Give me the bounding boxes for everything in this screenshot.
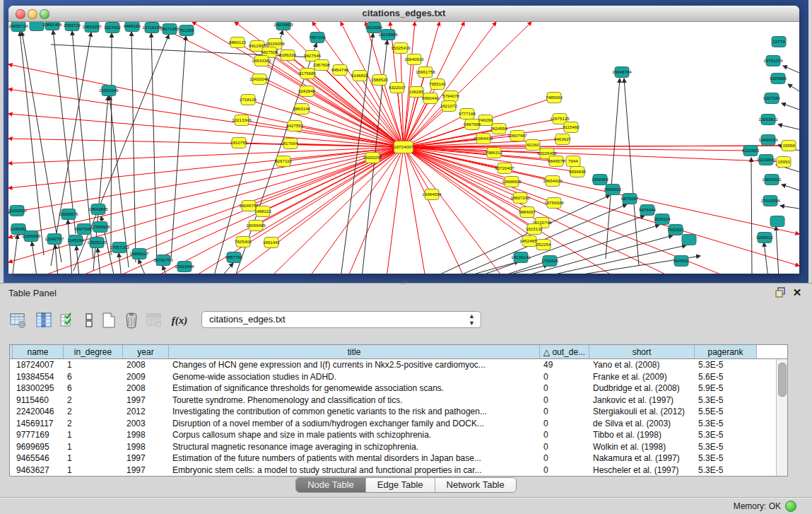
- memory-status-label: Memory: OK: [734, 501, 781, 511]
- table-panel: Table Panel ✕: [0, 283, 812, 514]
- status-bar: Memory: OK: [0, 497, 812, 514]
- table-row[interactable]: 911546021997Tourette syndrome. Phenomeno…: [10, 395, 777, 407]
- vertical-scrollbar[interactable]: [776, 359, 787, 476]
- network-node-label: 15958: [782, 143, 795, 148]
- column-header-year[interactable]: year: [123, 345, 169, 358]
- citation-edge-black: [776, 226, 779, 274]
- network-node-label: 12213343: [232, 117, 252, 122]
- network-node-label: 1527602: [104, 25, 122, 30]
- network-node[interactable]: [682, 235, 696, 245]
- column-header-pagerank[interactable]: pagerank: [695, 345, 757, 358]
- network-node-label: 1640954: [592, 177, 609, 182]
- delete-table-icon[interactable]: [122, 310, 141, 330]
- table-rows: 1872400712008Changes of HCN gene express…: [10, 359, 777, 476]
- table-row[interactable]: 1872400712008Changes of HCN gene express…: [10, 359, 777, 371]
- network-node-label: 15692931: [762, 177, 782, 182]
- network-node-label: 12342757: [45, 236, 64, 241]
- cell-out_de: 0: [540, 371, 589, 383]
- tab-network-table[interactable]: Network Table: [435, 478, 516, 492]
- column-header-name[interactable]: name: [13, 345, 64, 358]
- network-window-title: citations_edges.txt: [8, 8, 799, 18]
- cell-out_de: 0: [540, 452, 589, 465]
- network-node-label: 15953: [777, 159, 790, 164]
- cell-in_degree: 6: [64, 371, 123, 383]
- citation-edge-black: [119, 253, 122, 274]
- table-selector-dropdown[interactable]: citations_edges.txt ▲▼: [201, 311, 481, 328]
- network-node-label: 9777169: [459, 111, 476, 116]
- cell-year: 2003: [123, 418, 169, 430]
- cell-pagerank: 5.3E-5: [695, 395, 757, 407]
- tab-edge-table[interactable]: Edge Table: [366, 478, 435, 492]
- function-builder-icon[interactable]: f(x): [170, 310, 189, 330]
- network-node-label: 62160: [526, 142, 539, 147]
- network-node-label: 9857791: [225, 255, 243, 259]
- cell-out_de: 0: [540, 418, 589, 430]
- network-node-label: 22420046: [249, 76, 269, 81]
- network-node-label: 17957253: [110, 245, 129, 250]
- column-header-out_de[interactable]: △ out_de...: [540, 345, 589, 358]
- network-view-window: citations_edges.txt 24055724208914062093…: [8, 6, 799, 274]
- column-header-short[interactable]: short: [589, 345, 695, 358]
- import-table-icon-disabled: [144, 310, 164, 330]
- column-header-in_degree[interactable]: in_degree: [64, 345, 123, 358]
- network-node-label: 16210643: [756, 157, 776, 162]
- network-node-label: 10688609: [502, 179, 522, 184]
- network-node-label: 19218986: [378, 32, 398, 37]
- table-row[interactable]: 946554611997Estimation of the future num…: [10, 452, 777, 465]
- float-window-icon[interactable]: [774, 287, 787, 298]
- network-node-label: 8454749: [331, 67, 349, 72]
- new-table-icon[interactable]: [99, 310, 119, 330]
- table-options-icon[interactable]: [8, 310, 28, 330]
- network-node-label: 2803144: [293, 106, 311, 111]
- network-node-label: 8267110: [275, 158, 292, 163]
- network-node-label: 9463627: [554, 136, 572, 141]
- table-row[interactable]: 1456911722003Disruption of a novel membe…: [10, 418, 777, 430]
- network-node-label: 1435061: [10, 226, 28, 231]
- panel-resize-grip[interactable]: [400, 280, 410, 286]
- network-node-label: 18300295: [363, 155, 382, 160]
- node-table: namein_degreeyeartitle△ out_de...shortpa…: [9, 344, 788, 477]
- scrollbar-thumb[interactable]: [778, 363, 787, 397]
- cell-short: Nakamura et al. (1997): [589, 452, 695, 465]
- dropdown-stepper-icon: ▲▼: [469, 313, 475, 327]
- rows-icon[interactable]: [79, 310, 99, 330]
- cell-short: Franke et al. (2009): [589, 371, 695, 383]
- network-node-label: 18226058: [265, 41, 285, 46]
- citation-edge-black: [22, 32, 61, 262]
- network-node[interactable]: [30, 22, 44, 31]
- network-node-label: 7625402: [235, 239, 252, 244]
- cell-name: 9463627: [13, 465, 64, 477]
- network-node[interactable]: [770, 216, 784, 227]
- citation-edge-black: [788, 84, 799, 91]
- network-node-label: 12923448: [175, 264, 194, 269]
- cell-out_de: 0: [540, 406, 589, 418]
- network-node-label: 8466160: [124, 23, 141, 28]
- select-all-columns-icon[interactable]: [58, 310, 78, 330]
- network-node-label: 14136141: [511, 255, 531, 259]
- table-row[interactable]: 969969511998Structural magnetic resonanc…: [10, 441, 777, 453]
- citation-edge-black: [20, 32, 44, 255]
- citation-edge-black: [461, 262, 519, 274]
- cell-pagerank: 5.9E-5: [695, 382, 757, 395]
- network-node-label: 136265: [409, 89, 424, 94]
- table-row[interactable]: 1830029562008Estimation of significance …: [10, 382, 777, 395]
- table-row[interactable]: 2242004622012Investigating the contribut…: [10, 406, 777, 418]
- table-row[interactable]: 977716911998Corpus callosum shape and si…: [10, 429, 777, 441]
- cell-out_de: 49: [540, 359, 589, 371]
- cell-out_de: 0: [540, 441, 589, 453]
- column-header-title[interactable]: title: [169, 345, 540, 358]
- table-row[interactable]: 1938455462009Genome-wide association stu…: [10, 371, 777, 383]
- close-icon[interactable]: ✕: [791, 287, 804, 298]
- network-canvas[interactable]: 2405572420891406209371910653257152760284…: [8, 22, 799, 274]
- network-node-label: 8215953: [742, 148, 760, 153]
- cell-out_de: 0: [540, 465, 589, 477]
- table-row[interactable]: 946362711997Embryonic stem cells: a mode…: [10, 465, 777, 477]
- citation-edge-black: [110, 96, 129, 267]
- cell-year: 1997: [123, 465, 169, 477]
- citation-network-graph[interactable]: 2405572420891406209371910653257152760284…: [8, 22, 799, 274]
- show-columns-icon[interactable]: [34, 310, 54, 330]
- citation-edge-red: [242, 120, 404, 147]
- tab-node-table[interactable]: Node Table: [296, 478, 366, 492]
- network-window-titlebar[interactable]: citations_edges.txt: [8, 6, 799, 22]
- cell-title: Disruption of a novel member of a sodium…: [169, 418, 540, 430]
